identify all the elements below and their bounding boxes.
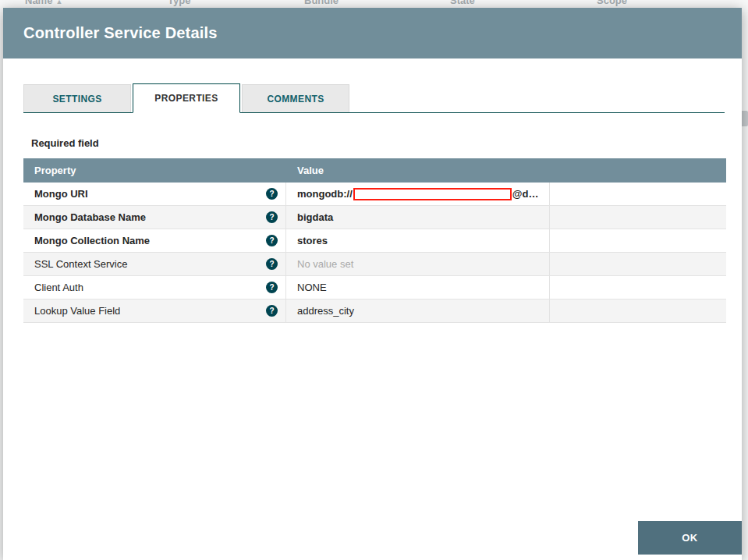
required-field-note: Required field [31,137,99,149]
help-icon[interactable]: ? [266,258,278,270]
property-row: Mongo Collection Name ? stores [23,229,726,253]
value-suffix: @d… [512,188,539,200]
property-cell: Mongo URI ? [23,183,286,205]
background-column-type: Type [168,0,190,6]
properties-table: Property Value Mongo URI ? mongodb:// @d… [23,158,726,323]
property-row: SSL Context Service ? No value set [23,253,726,276]
background-column-scope: Scope [597,0,627,6]
value-prefix: mongodb:// [297,188,353,200]
extra-cell [550,183,726,205]
property-value: address_city [286,299,550,322]
controller-service-details-dialog: Controller Service Details SETTINGS PROP… [3,8,742,560]
help-icon[interactable]: ? [266,305,278,317]
background-column-name: Name▲ [25,0,62,6]
property-name: SSL Context Service [34,258,127,270]
help-icon[interactable]: ? [266,188,278,200]
extra-cell [550,276,726,299]
property-row: Client Auth ? NONE [23,276,726,299]
extra-cell [550,253,726,275]
help-icon[interactable]: ? [266,211,278,223]
property-value: mongodb:// @d… [286,183,550,205]
background-column-bundle: Bundle [304,0,339,6]
dialog-header: Controller Service Details [3,8,742,58]
background-column-headers: Name▲ Type Bundle State Scope [0,0,748,8]
tab-bar: SETTINGS PROPERTIES COMMENTS [23,84,725,113]
property-cell: Mongo Collection Name ? [23,229,286,252]
property-cell: Mongo Database Name ? [23,206,286,229]
redacted-value-box [353,188,512,200]
property-name: Lookup Value Field [34,305,120,317]
sort-icon: ▲ [55,0,62,5]
help-icon[interactable]: ? [266,282,278,293]
property-name: Client Auth [34,282,83,293]
extra-cell [550,229,726,252]
extra-cell [550,299,726,322]
property-name: Mongo Collection Name [34,235,150,246]
property-value: stores [286,229,550,252]
table-header-row: Property Value [23,158,726,183]
background-column-state: State [450,0,475,6]
tab-settings[interactable]: SETTINGS [23,84,131,112]
extra-cell [550,206,726,229]
ok-button[interactable]: OK [638,521,742,555]
help-icon[interactable]: ? [266,235,278,246]
property-value: NONE [286,276,550,299]
dialog-title: Controller Service Details [23,24,218,42]
property-cell: Lookup Value Field ? [23,299,286,322]
tab-properties[interactable]: PROPERTIES [133,83,240,113]
property-name: Mongo Database Name [34,211,146,223]
property-column-header: Property [23,165,286,176]
tab-comments[interactable]: COMMENTS [242,84,349,112]
property-row: Mongo Database Name ? bigdata [23,206,726,229]
property-value: No value set [286,253,550,275]
property-row: Lookup Value Field ? address_city [23,299,726,323]
column-label: Name [25,0,52,6]
property-cell: Client Auth ? [23,276,286,299]
property-row: Mongo URI ? mongodb:// @d… [23,183,726,206]
value-column-header: Value [286,165,550,176]
property-cell: SSL Context Service ? [23,253,286,275]
extra-column-header [550,158,726,183]
property-value: bigdata [286,206,550,229]
property-name: Mongo URI [34,188,88,200]
